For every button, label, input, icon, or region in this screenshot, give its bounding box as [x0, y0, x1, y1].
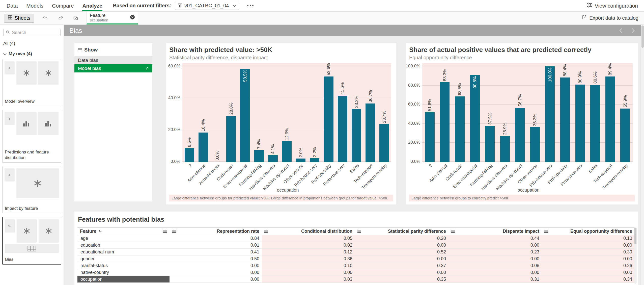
feature-cell[interactable]: education: [77, 242, 170, 248]
feature-cell[interactable]: marital-status: [77, 262, 170, 269]
bar-Other-service[interactable]: 2.0%: [294, 63, 308, 162]
column-header-statistical-parity-difference[interactable]: Statistical parity difference: [355, 228, 449, 235]
value-cell: 0.23: [449, 249, 542, 255]
group-my-own[interactable]: My own (4): [3, 51, 60, 57]
bar-Protective-serv[interactable]: 80.9%: [573, 63, 588, 162]
bar-Handlers-cleaners[interactable]: 4.1%: [266, 63, 280, 162]
nav-tab-data[interactable]: Data: [7, 0, 18, 11]
menu-icon[interactable]: [78, 48, 82, 51]
bar-Priv-house-serv[interactable]: 100.0%: [543, 63, 558, 162]
features-table: FeatureRepresentation rateConditional di…: [77, 227, 635, 283]
sheet-card-bias[interactable]: Bias: [2, 217, 61, 265]
column-menu-icon[interactable]: [544, 230, 548, 233]
feature-cell[interactable]: educational-num: [77, 249, 170, 255]
column-header-representation-rate[interactable]: Representation rate: [170, 228, 262, 235]
bars: 51.8%83.3%68.5%90.8%37.5%26.9%56.7%36.3%…: [422, 63, 633, 162]
bar-Other-service[interactable]: 36.3%: [527, 63, 543, 162]
clear-selections-icon[interactable]: [71, 14, 80, 22]
bar-Protective-serv[interactable]: 41.6%: [335, 63, 349, 162]
feature-cell[interactable]: native-country: [77, 269, 170, 276]
current-filters-dropdown[interactable]: v01_CATBC_01_04: [175, 2, 239, 10]
bar-Adm-clerical[interactable]: 83.3%: [437, 63, 453, 162]
column-header-equal-opportunity-difference[interactable]: Equal opportunity difference: [542, 228, 635, 235]
bar-rect: [500, 136, 510, 162]
x-axis-tick: ?: [188, 163, 193, 168]
bar-Sales[interactable]: 33.2%: [349, 63, 363, 162]
column-menu-icon[interactable]: [451, 230, 455, 233]
clear-selection-icon[interactable]: [130, 15, 135, 21]
sheet-card-predictions[interactable]: Predictions and feature distribution: [2, 110, 61, 163]
bar-Priv-house-serv[interactable]: 2.2%: [308, 63, 322, 162]
bar-Transport-moving[interactable]: 23.7%: [377, 63, 391, 162]
column-menu-icon[interactable]: [163, 230, 167, 233]
column-menu-icon[interactable]: [172, 230, 176, 233]
value-cell: 0.52: [355, 249, 449, 255]
bar-Tech-support[interactable]: 36.7%: [363, 63, 377, 162]
value-cell: 0.41: [170, 249, 262, 255]
bar-?[interactable]: 51.8%: [422, 63, 437, 162]
feature-cell[interactable]: gender: [77, 255, 170, 262]
bar-Machine-op-inspct[interactable]: 12.9%: [280, 63, 294, 162]
bar-rect: [338, 96, 347, 162]
column-menu-icon[interactable]: [357, 230, 361, 233]
view-configuration-button[interactable]: View configuration: [587, 0, 644, 11]
bar-Sales[interactable]: 80.6%: [587, 63, 603, 162]
selection-chip-feature[interactable]: Feature occupation: [87, 12, 138, 24]
bar-Machine-op-inspct[interactable]: 56.7%: [512, 63, 527, 162]
bar-Farming-fishing[interactable]: 7.4%: [252, 63, 266, 162]
value-cell: 0.50: [170, 255, 262, 262]
sliders-icon: [587, 3, 592, 9]
feature-cell[interactable]: occupation: [77, 276, 170, 282]
bar-Farming-fishing[interactable]: 37.5%: [482, 63, 497, 162]
show-option-data-bias[interactable]: Data bias: [74, 56, 152, 64]
view-configuration-label: View configuration: [595, 3, 638, 9]
value-cell: 0.12: [262, 249, 355, 255]
column-header-feature[interactable]: Feature: [77, 228, 170, 235]
bar-Craft-repair[interactable]: 68.5%: [452, 63, 467, 162]
sheet-card-model-overview[interactable]: Model overview: [2, 59, 61, 106]
check-icon: ✓: [145, 66, 149, 71]
bar-value-label: 0.0%: [210, 151, 224, 161]
bar-value-label: 80.9%: [573, 71, 588, 83]
bar-value-label: 53.6%: [322, 63, 335, 75]
bar-Transport-moving[interactable]: 55.9%: [618, 63, 633, 162]
bar-Tech-support[interactable]: 89.4%: [603, 63, 618, 162]
sort-icon[interactable]: [98, 229, 102, 233]
x-axis-labels: ?Adm-clericalCraft-repairExec-managerial…: [422, 162, 633, 188]
column-header-disparate-impact[interactable]: Disparate impact: [449, 228, 542, 235]
bar-Craft-repair[interactable]: 28.8%: [224, 63, 238, 162]
y-axis-tick: 0.0%: [171, 159, 180, 164]
table-scrollbar[interactable]: [634, 227, 637, 284]
sheets-button[interactable]: Sheets: [4, 14, 34, 23]
column-header-conditional-distribution[interactable]: Conditional distribution: [262, 228, 355, 235]
bar-Prof-specialty[interactable]: 88.4%: [557, 63, 573, 162]
feature-cell[interactable]: age: [77, 235, 170, 242]
nav-tab-models[interactable]: Models: [26, 0, 43, 11]
step-back-icon[interactable]: [41, 14, 50, 22]
nav-tab-compare[interactable]: Compare: [52, 0, 74, 11]
bar-?[interactable]: 8.5%: [182, 63, 196, 162]
search-input[interactable]: [12, 30, 64, 35]
more-options-button[interactable]: [245, 3, 256, 8]
y-axis-tick: 40.0%: [168, 95, 180, 100]
chevron-right-icon[interactable]: [630, 27, 636, 34]
bar-Armed-Forces[interactable]: 0.0%: [210, 63, 224, 162]
sheet-pager: [618, 27, 636, 34]
value-cell: 0.10: [262, 262, 355, 269]
bar-Adm-clerical[interactable]: 18.4%: [196, 63, 210, 162]
export-data-button[interactable]: Export data to catalog: [582, 12, 644, 24]
bar-Handlers-cleaners[interactable]: 26.9%: [497, 63, 513, 162]
chevron-left-icon[interactable]: [618, 27, 624, 34]
column-menu-icon[interactable]: [264, 230, 268, 233]
show-option-model-bias[interactable]: Model bias ✓: [74, 64, 152, 72]
sheet-card-impact-by-feature[interactable]: Impact by feature: [2, 166, 61, 213]
bar-Exec-managerial[interactable]: 90.8%: [467, 63, 483, 162]
funnel-icon: [178, 3, 182, 9]
page-scrollbar[interactable]: [641, 25, 644, 285]
bar-value-label: 89.4%: [603, 63, 618, 75]
bar-Exec-managerial[interactable]: 58.5%: [238, 63, 252, 162]
bar-Prof-specialty[interactable]: 53.6%: [322, 63, 335, 162]
nav-tab-analyze[interactable]: Analyze: [82, 0, 102, 11]
value-cell: 0.00: [542, 242, 635, 248]
step-forward-icon[interactable]: [56, 14, 65, 22]
